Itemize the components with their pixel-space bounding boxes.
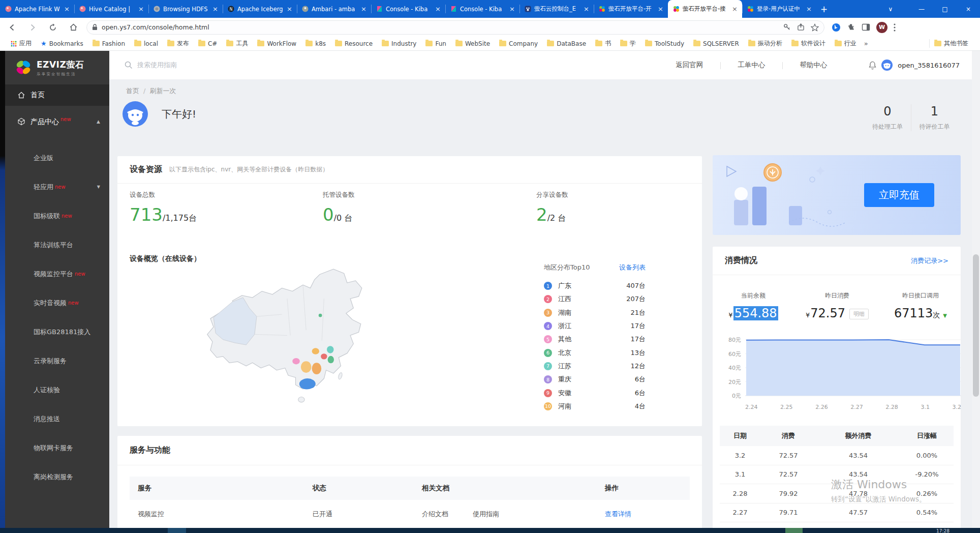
new-tab-button[interactable]: + xyxy=(816,0,832,18)
china-map[interactable] xyxy=(194,267,412,420)
bookmark-item[interactable]: SQLSERVER xyxy=(689,40,744,47)
bookmark-item[interactable]: 工具 xyxy=(222,39,253,48)
sidebar-item-product-center[interactable]: 产品中心new ▲ xyxy=(5,107,109,136)
sidebar-item-企业版[interactable]: 企业版 xyxy=(5,143,109,172)
bookmark-item[interactable]: 软件设计 xyxy=(787,39,830,48)
bookmark-item[interactable]: ★Bookmarks xyxy=(36,40,88,47)
tab-close-icon[interactable]: × xyxy=(137,5,145,13)
sidebar-item-视频监控平台[interactable]: 视频监控平台new xyxy=(5,259,109,288)
sidebar-item-消息推送[interactable]: 消息推送 xyxy=(5,404,109,433)
browser-tab[interactable]: Apache Flink W× xyxy=(0,0,74,18)
bookmark-item[interactable]: DataBase xyxy=(542,40,591,47)
browser-profile-avatar[interactable]: W xyxy=(876,22,887,33)
bookmark-item[interactable]: Company xyxy=(495,40,542,47)
browser-tab[interactable]: 萤石开放平台-接× xyxy=(668,0,742,18)
doc-link[interactable]: 使用指南 xyxy=(473,510,499,519)
bookmark-item[interactable]: WebSite xyxy=(451,40,495,47)
bookmark-item[interactable]: Industry xyxy=(377,40,421,47)
scrollbar-thumb[interactable] xyxy=(973,254,979,397)
browser-tab[interactable]: 登录-用户认证中× xyxy=(742,0,816,18)
tab-close-icon[interactable]: × xyxy=(63,5,71,13)
minimize-button[interactable]: — xyxy=(910,0,933,18)
header-link[interactable]: 工单中心 xyxy=(720,61,782,70)
bing-extension-icon[interactable] xyxy=(832,23,841,32)
bookmark-item[interactable]: ToolStudy xyxy=(640,40,689,47)
tab-close-icon[interactable]: × xyxy=(583,5,590,13)
page-scrollbar[interactable] xyxy=(972,51,980,528)
sidebar-item-人证核验[interactable]: 人证核验 xyxy=(5,375,109,404)
recharge-button[interactable]: 立即充值 xyxy=(864,183,934,207)
browser-tab[interactable]: Hive Catalog |× xyxy=(74,0,148,18)
tab-close-icon[interactable]: × xyxy=(731,5,739,13)
search-input[interactable]: 搜索使用指南 xyxy=(125,61,480,70)
bookmark-item[interactable]: Resource xyxy=(330,40,377,47)
sidebar-item-云录制服务[interactable]: 云录制服务 xyxy=(5,346,109,375)
windows-taskbar[interactable]: 17:28 xyxy=(0,528,980,533)
bookmark-item[interactable]: 应用 xyxy=(6,39,36,48)
view-details-link[interactable]: 查看详情 xyxy=(605,510,631,519)
sidebar-item-home[interactable]: 首页 xyxy=(5,84,109,106)
maximize-button[interactable]: □ xyxy=(933,0,957,18)
bookmark-item[interactable]: Fashion xyxy=(88,40,130,47)
bookmark-item[interactable]: 书 xyxy=(591,39,616,48)
side-panel-icon[interactable] xyxy=(862,23,870,32)
taskbar-app-segment-green[interactable] xyxy=(785,528,803,533)
browser-tab[interactable]: Browsing HDFS× xyxy=(148,0,223,18)
tab-close-icon[interactable]: × xyxy=(508,5,516,13)
sidebar-item-国标GB28181接入[interactable]: 国标GB28181接入 xyxy=(5,317,109,346)
header-link[interactable]: 帮助中心 xyxy=(782,61,844,70)
sidebar-item-国标级联[interactable]: 国标级联new xyxy=(5,201,109,230)
browser-tab[interactable]: Ambari - amba× xyxy=(297,0,371,18)
breadcrumb-home[interactable]: 首页 xyxy=(126,87,139,95)
address-bar[interactable]: open.ys7.com/console/home.html xyxy=(86,20,824,35)
tab-close-icon[interactable]: × xyxy=(360,5,368,13)
share-icon[interactable] xyxy=(797,23,805,31)
other-bookmarks[interactable]: 其他书签 xyxy=(930,39,973,48)
caret-down-icon[interactable]: ▼ xyxy=(943,313,947,318)
back-button-icon[interactable] xyxy=(4,20,20,35)
browser-tab[interactable]: Console - Kiba× xyxy=(371,0,445,18)
tab-close-icon[interactable]: × xyxy=(657,5,664,13)
consumption-records-link[interactable]: 消费记录>> xyxy=(911,256,948,265)
kebab-menu-icon[interactable] xyxy=(894,23,896,32)
workorder-stat[interactable]: 0待处理工单 xyxy=(864,104,911,131)
user-account[interactable]: open_3581616077 xyxy=(869,59,960,71)
bookmark-item[interactable]: 行业 xyxy=(830,39,861,48)
key-icon[interactable] xyxy=(783,23,791,31)
tab-search-button[interactable]: ∨ xyxy=(880,0,901,18)
taskbar-app-segment[interactable] xyxy=(168,528,186,533)
bookmark-item[interactable]: WorkFlow xyxy=(253,40,301,47)
bookmark-item[interactable]: local xyxy=(130,40,163,47)
sidebar-item-算法训练平台[interactable]: 算法训练平台 xyxy=(5,230,109,259)
bookmark-item[interactable]: 学 xyxy=(616,39,640,48)
bookmark-item[interactable]: Fun xyxy=(421,40,450,47)
reload-button-icon[interactable] xyxy=(45,20,61,35)
forward-button-icon[interactable] xyxy=(24,20,41,35)
tab-close-icon[interactable]: × xyxy=(805,5,813,13)
sidebar-item-物联网卡服务[interactable]: 物联网卡服务 xyxy=(5,433,109,462)
ezviz-logo[interactable]: EZVIZ萤石 乐享安全智能生活 xyxy=(5,51,109,84)
extensions-puzzle-icon[interactable] xyxy=(847,23,855,32)
browser-tab[interactable]: NApache Iceberg× xyxy=(223,0,297,18)
bookmark-item[interactable]: C# xyxy=(194,40,222,47)
sidebar-item-离岗检测服务[interactable]: 离岗检测服务 xyxy=(5,462,109,491)
home-button-icon[interactable] xyxy=(65,20,81,35)
header-link[interactable]: 返回官网 xyxy=(658,61,720,70)
browser-tab[interactable]: Console - Kiba× xyxy=(445,0,519,18)
bookmark-item[interactable]: k8s xyxy=(301,40,330,47)
device-list-link[interactable]: 设备列表 xyxy=(619,263,646,272)
bookmark-item[interactable]: 振动分析 xyxy=(744,39,787,48)
tab-close-icon[interactable]: × xyxy=(286,5,293,13)
tab-close-icon[interactable]: × xyxy=(211,5,219,13)
close-button[interactable]: × xyxy=(957,0,980,18)
sidebar-item-轻应用[interactable]: 轻应用new▼ xyxy=(5,172,109,201)
workorder-stat[interactable]: 1待评价工单 xyxy=(911,104,958,131)
bookmarks-overflow-icon[interactable]: » xyxy=(864,40,868,47)
browser-tab[interactable]: 萤石开放平台-开× xyxy=(594,0,668,18)
browser-tab[interactable]: 萤石云控制台_E× xyxy=(519,0,594,18)
bell-icon[interactable] xyxy=(869,61,876,70)
bookmark-star-icon[interactable] xyxy=(811,23,819,32)
tab-close-icon[interactable]: × xyxy=(434,5,442,13)
bookmark-item[interactable]: 发布 xyxy=(163,39,194,48)
sidebar-item-实时音视频[interactable]: 实时音视频new xyxy=(5,288,109,317)
